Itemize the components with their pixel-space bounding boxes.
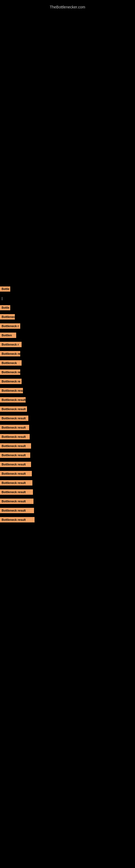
bottleneck-label: Bottleneck result: [0, 462, 31, 467]
list-item: Bottleneck res: [0, 368, 135, 376]
bottleneck-label: Bottleneck result: [0, 388, 23, 393]
list-item: Bottleneck result: [0, 442, 135, 450]
bottleneck-label: Bottleneck result: [0, 406, 27, 412]
bottleneck-label: Bottleneck r: [0, 342, 21, 347]
list-item: Bottleneck result: [0, 460, 135, 469]
bottleneck-label: Bottleneck re: [0, 351, 20, 356]
list-item: Bottleneck: [0, 359, 135, 367]
list-item: Bottleneck r: [0, 322, 135, 330]
list-item: Bottleneck re: [0, 377, 135, 386]
list-item: Bottleneck result: [0, 432, 135, 441]
list-item: Bottleneck result: [0, 497, 135, 506]
list-item: Bottleneck result: [0, 488, 135, 496]
list-item: Bottleneck result: [0, 396, 135, 404]
bottleneck-label: Bottleneck: [0, 314, 15, 319]
bottleneck-label: Bottleneck result: [0, 453, 30, 458]
list-item: Bottleneck result: [0, 516, 135, 524]
list-item: Bottle: [0, 285, 135, 293]
bottleneck-label: Bottleneck result: [0, 434, 30, 439]
list-item: Bottleneck re: [0, 349, 135, 358]
bottleneck-label: Bottleneck result: [0, 480, 32, 486]
list-item: Bottleneck result: [0, 478, 135, 487]
list-item: Bottleneck result: [0, 506, 135, 515]
list-item: Bottleneck result: [0, 386, 135, 395]
bottleneck-label: Bottleneck result: [0, 397, 26, 403]
list-item: Bottlen: [0, 331, 135, 340]
bottleneck-label: Bottlen: [0, 333, 16, 338]
list-item: Bottleneck result: [0, 469, 135, 478]
list-item: Bottleneck result: [0, 414, 135, 423]
bottleneck-label: Bottleneck result: [0, 443, 31, 448]
bottleneck-items-list: Bottle | Bottle Bottleneck Bottleneck r …: [0, 285, 135, 525]
bottleneck-label: Bottleneck result: [0, 425, 29, 430]
list-item: |: [0, 294, 135, 303]
list-item: Bottle: [0, 304, 135, 312]
bottleneck-label: Bottleneck re: [0, 379, 21, 384]
bottleneck-label: Bottleneck result: [0, 471, 32, 476]
list-item: Bottleneck: [0, 312, 135, 321]
bottleneck-label: Bottleneck result: [0, 489, 33, 495]
bottleneck-label: Bottle: [0, 286, 10, 291]
bottleneck-label: Bottleneck result: [0, 499, 34, 504]
bottleneck-label: Bottleneck result: [0, 415, 28, 421]
bottleneck-label: Bottleneck res: [0, 369, 20, 375]
bottleneck-label: Bottleneck result: [0, 517, 35, 522]
list-item: Bottleneck result: [0, 423, 135, 432]
bottleneck-label: |: [0, 296, 4, 301]
site-title: TheBottlenecker.com: [0, 2, 135, 10]
list-item: Bottleneck result: [0, 405, 135, 413]
list-item: Bottleneck r: [0, 340, 135, 349]
bottleneck-label: Bottleneck r: [0, 323, 20, 329]
bottleneck-label: Bottleneck result: [0, 508, 34, 513]
list-item: Bottleneck result: [0, 451, 135, 460]
bottleneck-label: Bottle: [0, 305, 10, 310]
bottleneck-label: Bottleneck: [0, 360, 21, 366]
